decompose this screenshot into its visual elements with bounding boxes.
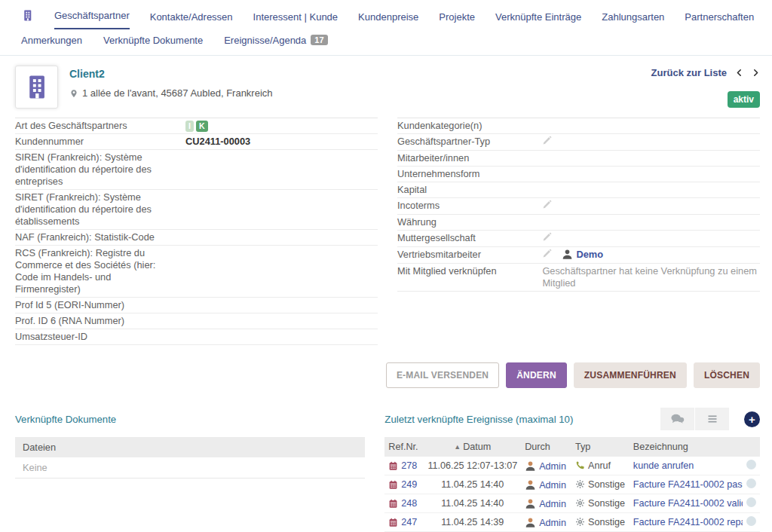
customer-code-value: CU2411-00003 (185, 136, 378, 148)
field-row-rcs: RCS (Frankreich): Registre du Commerce e… (15, 246, 378, 298)
field-columns: Art des Geschäftspartners IK Kundennumme… (0, 113, 772, 345)
calendar-icon (388, 518, 398, 527)
event-ref-link[interactable]: 247 (401, 517, 417, 527)
events-column-datum[interactable]: ▲Datum (424, 437, 521, 457)
event-user-link[interactable]: Admin (539, 461, 566, 472)
event-status-dot (746, 478, 756, 488)
tab-ereignisse-agenda-label: Ereignisse/Agenda (224, 35, 306, 46)
modify-button[interactable]: ÄNDERN (506, 362, 567, 388)
record-header: Client2 1 allée de l'avant, 45687 Aubled… (0, 56, 772, 113)
edit-pencil-icon[interactable] (542, 136, 562, 148)
user-avatar-icon (525, 498, 536, 509)
previous-record-button[interactable] (735, 69, 743, 77)
edit-pencil-icon[interactable] (542, 200, 562, 212)
event-type: Sonstige (588, 479, 625, 490)
calendar-icon (388, 461, 398, 471)
event-date: 11.06.25 12:07-13:07 (424, 457, 521, 475)
user-avatar-icon (525, 479, 536, 491)
location-pin-icon (69, 89, 78, 98)
messages-button[interactable] (660, 408, 694, 430)
event-label-link[interactable]: Facture FA2411-0002 validée (633, 498, 743, 509)
field-row-siren: SIREN (Frankreich): Système d'identifica… (15, 150, 378, 190)
event-user-link[interactable]: Admin (539, 480, 566, 491)
field-row-geschaeftspartner-typ: Geschäftspartner-Typ (397, 134, 760, 151)
event-list-button[interactable] (695, 408, 729, 430)
field-row-naf: NAF (Frankreich): Statistik-Code (15, 230, 378, 246)
merge-button[interactable]: ZUSAMMENFÜHREN (574, 362, 687, 388)
event-type: Sonstige (588, 517, 625, 527)
field-row-kapital: Kapital (397, 182, 760, 198)
page: Geschäftspartner Kontakte/Adressen Inter… (0, 0, 772, 532)
event-type: Anruf (588, 460, 611, 471)
events-column-ref[interactable]: Ref.Nr. (384, 437, 424, 457)
event-row: 248 11.04.25 14:40 Admin Sonstige Factur… (384, 494, 760, 513)
delete-button[interactable]: LÖSCHEN (694, 362, 760, 388)
event-ref-link[interactable]: 249 (401, 479, 417, 490)
events-column-durch[interactable]: Durch (521, 437, 571, 457)
field-row-waehrung: Währung (397, 215, 760, 231)
back-to-list-link[interactable]: Zurück zur Liste (651, 67, 727, 78)
send-email-button[interactable]: E-MAIL VERSENDEN (386, 362, 499, 388)
calendar-icon (388, 480, 398, 490)
field-row-kundenkategorien: Kundenkategorie(n) (397, 118, 760, 134)
company-photo-card (15, 66, 58, 109)
status-badge: aktiv (728, 91, 760, 108)
documents-table: Dateien Keine (15, 437, 365, 478)
event-ref-link[interactable]: 248 (401, 498, 417, 509)
prospect-badge: I (185, 121, 194, 132)
field-row-mit-mitglied-verknuepfen: Mit Mitglied verknüpfen Geschäftspartner… (397, 264, 760, 292)
field-row-vertriebsmitarbeiter: Vertriebsmitarbeiter Demo (397, 247, 760, 264)
field-row-umsatzsteuer-id: Umsatzsteuer-ID (15, 329, 378, 345)
gear-icon (575, 479, 585, 489)
edit-pencil-icon[interactable] (542, 249, 562, 261)
calendar-icon (388, 499, 398, 509)
tab-zahlungsarten[interactable]: Zahlungsarten (602, 11, 664, 29)
event-status-dot (746, 516, 756, 526)
events-column-typ[interactable]: Typ (571, 437, 630, 457)
event-ref-link[interactable]: 278 (401, 460, 417, 471)
event-label-link[interactable]: kunde anrufen (633, 460, 694, 471)
field-row-siret: SIRET (Frankreich): Système d'identifica… (15, 190, 378, 230)
edit-pencil-icon[interactable] (542, 232, 562, 245)
no-member-link-text: Geschäftspartner hat keine Verknüpfung z… (542, 265, 760, 289)
company-icon (21, 9, 34, 24)
event-label-link[interactable]: Facture FA2411-0002 passé… (633, 479, 743, 490)
field-row-unternehmensform: Unternehmensform (397, 167, 760, 182)
linked-documents-panel: Verknüpfte Dokumente Dateien Keine (15, 408, 365, 532)
add-event-button[interactable]: + (744, 411, 760, 427)
latest-events-panel: Zuletzt verknüpfte Ereignisse (maximal 1… (384, 408, 760, 532)
field-row-mitarbeiter: Mitarbeiter/innen (397, 151, 760, 167)
sort-asc-icon: ▲ (454, 443, 461, 451)
sales-rep-link[interactable]: Demo (576, 249, 603, 260)
tab-partnerschaften[interactable]: Partnerschaften (685, 11, 754, 29)
customer-badge: K (196, 121, 208, 132)
events-column-bezeichnung[interactable]: Bezeichnung (630, 437, 743, 457)
tab-projekte[interactable]: Projekte (439, 11, 475, 29)
agenda-count-badge: 17 (311, 35, 327, 45)
tab-geschaeftspartner[interactable]: Geschäftspartner (54, 10, 130, 29)
user-avatar-icon (525, 517, 536, 528)
event-user-link[interactable]: Admin (539, 518, 566, 528)
next-record-button[interactable] (752, 69, 760, 77)
events-table: Ref.Nr. ▲Datum Durch Typ Bezeichnung 278… (384, 437, 760, 532)
tab-kontakte-adressen[interactable]: Kontakte/Adressen (150, 11, 233, 29)
tab-verknuepfte-dokumente[interactable]: Verknüpfte Dokumente (103, 35, 203, 46)
field-row-incoterms: Incoterms (397, 198, 760, 215)
field-row-prof-id-5: Prof Id 5 (EORI-Nummer) (15, 298, 378, 313)
event-row: 247 11.04.25 14:39 Admin Sonstige Factur… (384, 513, 760, 532)
secondary-tab-bar: Anmerkungen Verknüpfte Dokumente Ereigni… (0, 29, 772, 56)
event-date: 11.04.25 14:40 (424, 494, 521, 513)
tab-verknuepfte-eintraege[interactable]: Verknüpfte Einträge (495, 11, 581, 29)
event-label-link[interactable]: Facture FA2411-0002 repass… (633, 517, 743, 527)
right-field-table: Kundenkategorie(n) Geschäftspartner-Typ … (397, 118, 760, 292)
tab-anmerkungen[interactable]: Anmerkungen (21, 35, 82, 46)
user-avatar-icon (525, 460, 536, 472)
event-user-link[interactable]: Admin (539, 499, 566, 509)
documents-empty-row: Keine (15, 457, 365, 478)
tab-ereignisse-agenda[interactable]: Ereignisse/Agenda17 (224, 35, 327, 46)
tab-interessent-kunde[interactable]: Interessent | Kunde (253, 11, 339, 29)
tab-kundenpreise[interactable]: Kundenpreise (358, 11, 418, 29)
field-row-kundennummer: Kundennummer CU2411-00003 (15, 134, 378, 150)
user-avatar-icon (562, 249, 573, 260)
event-status-dot (746, 460, 756, 469)
